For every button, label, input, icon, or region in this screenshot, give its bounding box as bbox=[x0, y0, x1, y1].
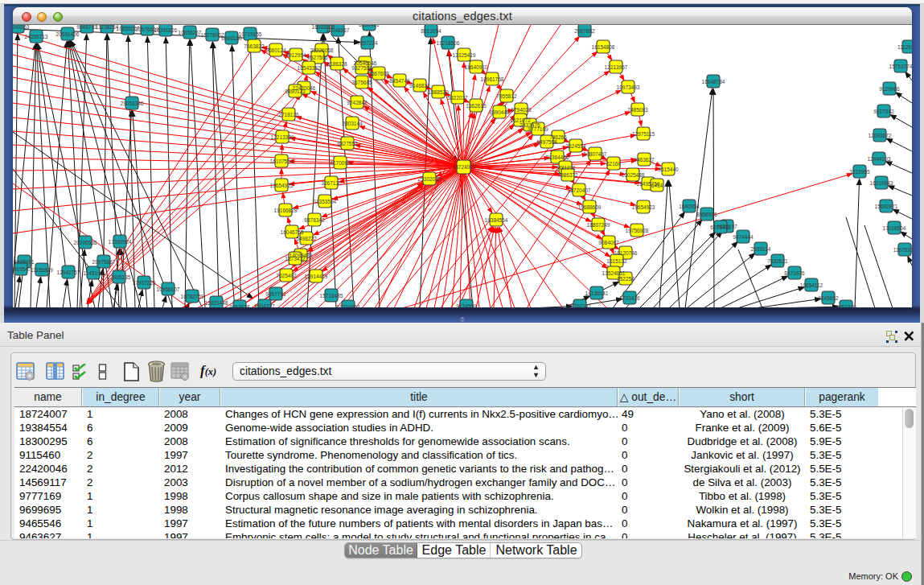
svg-text:16914479: 16914479 bbox=[305, 274, 328, 279]
svg-text:1640954: 1640954 bbox=[679, 204, 700, 209]
svg-text:10973493: 10973493 bbox=[617, 84, 640, 90]
svg-text:5822037: 5822037 bbox=[447, 95, 468, 101]
svg-text:1615132: 1615132 bbox=[606, 258, 627, 264]
svg-text:1362615: 1362615 bbox=[466, 103, 487, 109]
svg-text:11156829: 11156829 bbox=[31, 267, 53, 273]
svg-text:15716485: 15716485 bbox=[320, 293, 343, 299]
svg-text:19654925: 19654925 bbox=[270, 183, 294, 188]
svg-text:9134559: 9134559 bbox=[456, 303, 477, 308]
svg-text:6873412: 6873412 bbox=[710, 225, 731, 230]
svg-text:18807249: 18807249 bbox=[587, 222, 610, 228]
svg-text:1873412: 1873412 bbox=[285, 256, 306, 262]
svg-text:8813054: 8813054 bbox=[421, 28, 441, 34]
svg-text:10654112: 10654112 bbox=[800, 282, 823, 288]
svg-text:17016504: 17016504 bbox=[883, 225, 906, 231]
svg-text:10224963: 10224963 bbox=[337, 304, 360, 308]
svg-text:62160: 62160 bbox=[606, 161, 621, 167]
svg-text:9463627: 9463627 bbox=[634, 157, 655, 163]
svg-text:12975115: 12975115 bbox=[632, 131, 655, 137]
svg-text:3215955: 3215955 bbox=[849, 169, 870, 175]
svg-text:1145194: 1145194 bbox=[84, 270, 104, 276]
svg-text:16782759: 16782759 bbox=[181, 294, 204, 299]
svg-text:11353594: 11353594 bbox=[314, 199, 337, 204]
svg-text:19756928: 19756928 bbox=[626, 228, 649, 233]
svg-text:16210643: 16210643 bbox=[870, 180, 893, 186]
svg-text:9474444: 9474444 bbox=[733, 234, 754, 240]
svg-text:21364436: 21364436 bbox=[546, 154, 569, 160]
svg-text:9890123: 9890123 bbox=[285, 89, 306, 94]
svg-text:10807487: 10807487 bbox=[584, 151, 607, 157]
svg-text:12942757: 12942757 bbox=[57, 270, 80, 275]
svg-text:9084067: 9084067 bbox=[598, 240, 619, 245]
svg-text:8604327: 8604327 bbox=[254, 303, 275, 308]
svg-text:6497568: 6497568 bbox=[536, 139, 557, 145]
svg-text:16249163: 16249163 bbox=[13, 25, 30, 30]
svg-text:19384554: 19384554 bbox=[485, 217, 508, 223]
svg-text:3267130: 3267130 bbox=[321, 180, 342, 186]
svg-text:10025488: 10025488 bbox=[622, 172, 645, 178]
svg-text:24055713: 24055713 bbox=[25, 34, 48, 39]
svg-text:7955812: 7955812 bbox=[496, 93, 517, 99]
svg-text:7485083: 7485083 bbox=[627, 107, 648, 113]
svg-text:8990448: 8990448 bbox=[489, 109, 510, 115]
svg-text:10762341: 10762341 bbox=[569, 303, 592, 308]
svg-text:4170065: 4170065 bbox=[330, 160, 351, 166]
svg-text:8878342: 8878342 bbox=[304, 217, 325, 223]
svg-text:15692971: 15692971 bbox=[875, 204, 898, 209]
svg-text:8850461: 8850461 bbox=[359, 25, 380, 27]
svg-text:9457791: 9457791 bbox=[265, 291, 286, 297]
svg-text:12048967: 12048967 bbox=[326, 27, 350, 33]
svg-text:252254: 252254 bbox=[617, 276, 634, 282]
svg-text:19166829: 19166829 bbox=[274, 208, 298, 213]
svg-text:20691406: 20691406 bbox=[56, 31, 80, 37]
svg-text:15751074: 15751074 bbox=[889, 64, 912, 69]
svg-text:9242848: 9242848 bbox=[347, 100, 368, 105]
svg-text:7481236: 7481236 bbox=[555, 165, 576, 171]
svg-text:9146821: 9146821 bbox=[409, 83, 430, 89]
svg-text:18724007: 18724007 bbox=[453, 164, 476, 170]
svg-text:16543382: 16543382 bbox=[298, 65, 321, 71]
svg-text:9335061: 9335061 bbox=[14, 259, 35, 265]
svg-text:1588520: 1588520 bbox=[428, 89, 449, 95]
svg-text:9463628: 9463628 bbox=[229, 304, 250, 308]
svg-text:16120746: 16120746 bbox=[614, 250, 638, 256]
svg-text:1733426: 1733426 bbox=[619, 295, 640, 301]
svg-text:20975867: 20975867 bbox=[92, 259, 116, 265]
svg-text:9129966: 9129966 bbox=[879, 86, 900, 92]
svg-text:9515440: 9515440 bbox=[658, 167, 679, 172]
svg-text:8471676: 8471676 bbox=[784, 270, 805, 276]
svg-text:8912954: 8912954 bbox=[285, 52, 306, 58]
svg-text:9327508: 9327508 bbox=[351, 65, 372, 71]
svg-text:5498222: 5498222 bbox=[296, 236, 317, 241]
svg-text:2867608: 2867608 bbox=[368, 71, 389, 76]
svg-text:9660124: 9660124 bbox=[265, 47, 286, 53]
svg-text:8427552: 8427552 bbox=[337, 141, 358, 146]
svg-text:7632621: 7632621 bbox=[767, 258, 788, 264]
svg-text:9245652: 9245652 bbox=[818, 295, 839, 301]
svg-text:2718126: 2718126 bbox=[278, 112, 299, 117]
svg-text:11238264: 11238264 bbox=[96, 25, 119, 30]
svg-text:8186328: 8186328 bbox=[326, 61, 347, 67]
svg-text:16648784: 16648784 bbox=[702, 79, 725, 84]
svg-text:12923448: 12923448 bbox=[205, 300, 228, 306]
svg-text:10958107: 10958107 bbox=[157, 286, 180, 292]
svg-text:12213389: 12213389 bbox=[271, 134, 294, 140]
svg-text:2087682: 2087682 bbox=[574, 28, 595, 34]
svg-text:10688609: 10688609 bbox=[578, 204, 602, 210]
svg-text:2803144: 2803144 bbox=[342, 121, 363, 126]
svg-text:7625402: 7625402 bbox=[276, 273, 297, 278]
svg-text:3915547: 3915547 bbox=[13, 266, 31, 272]
svg-text:3675685: 3675685 bbox=[351, 80, 372, 85]
svg-text:9227342: 9227342 bbox=[873, 109, 894, 114]
svg-text:28226058: 28226058 bbox=[310, 47, 334, 53]
svg-text:6794028: 6794028 bbox=[511, 107, 532, 113]
svg-text:13325419: 13325419 bbox=[453, 52, 476, 58]
svg-text:13524851: 13524851 bbox=[602, 270, 626, 276]
svg-text:16154808: 16154808 bbox=[592, 44, 615, 50]
svg-text:19654923: 19654923 bbox=[632, 204, 655, 210]
svg-text:16107554: 16107554 bbox=[270, 159, 294, 164]
svg-text:9346743: 9346743 bbox=[76, 25, 97, 30]
svg-text:9327506: 9327506 bbox=[307, 55, 328, 60]
svg-text:16046755: 16046755 bbox=[281, 229, 304, 235]
svg-text:7857224: 7857224 bbox=[357, 40, 378, 46]
